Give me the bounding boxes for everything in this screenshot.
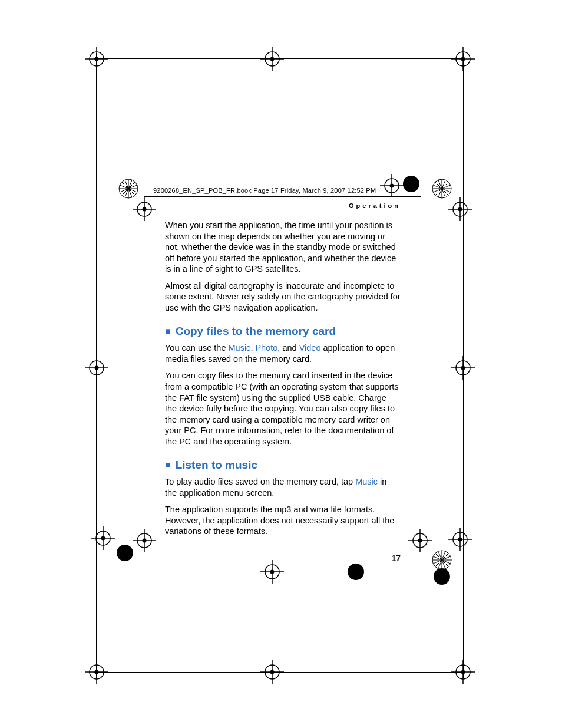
registration-mark-icon [254,41,290,77]
link-photo[interactable]: Photo [255,343,277,353]
registration-mark-icon [445,195,475,224]
registration-mark-icon [117,177,140,200]
paragraph: Almost all digital cartography is inaccu… [165,281,401,314]
registration-dot-icon [434,568,450,585]
registration-mark-icon [430,177,454,200]
paragraph: The application supports the mp3 and wma… [165,504,401,537]
heading-text: Copy files to the memory card [176,325,336,337]
registration-mark-icon [130,526,159,555]
link-music[interactable]: Music [229,343,251,353]
page-number: 17 [165,554,401,563]
registration-mark-icon [88,523,118,553]
paragraph: You can copy files to the memory card in… [165,370,401,447]
registration-mark-icon [445,525,475,554]
paragraph: To play audio files saved on the memory … [165,476,401,498]
link-music-app[interactable]: Music [355,477,378,486]
registration-mark-icon [79,41,114,77]
heading-copy-files: ■Copy files to the memory card [165,325,401,338]
registration-mark-icon [130,195,159,224]
heading-listen-music: ■Listen to music [165,459,401,472]
page-content: Operation When you start the application… [165,186,401,563]
crop-line [463,53,464,678]
registration-dot-icon [348,564,364,580]
section-label: Operation [165,202,401,209]
registration-dot-icon [403,176,419,192]
header-rule [144,196,421,197]
heading-text: Listen to music [176,459,257,471]
registration-dot-icon [117,545,133,561]
square-bullet-icon: ■ [165,460,171,470]
text-run: To play audio files saved on the memory … [165,477,355,486]
paragraph: When you start the application, the time… [165,220,401,275]
text-run: You can use the [165,343,229,353]
crop-line [96,53,97,678]
crop-line [94,58,465,59]
square-bullet-icon: ■ [165,326,171,336]
registration-mark-icon [79,350,114,386]
registration-mark-icon [405,526,435,555]
paragraph: You can use the Music, Photo, and Video … [165,342,401,364]
link-video[interactable]: Video [299,343,321,353]
crop-line [94,672,465,673]
text-run: , and [277,343,299,353]
